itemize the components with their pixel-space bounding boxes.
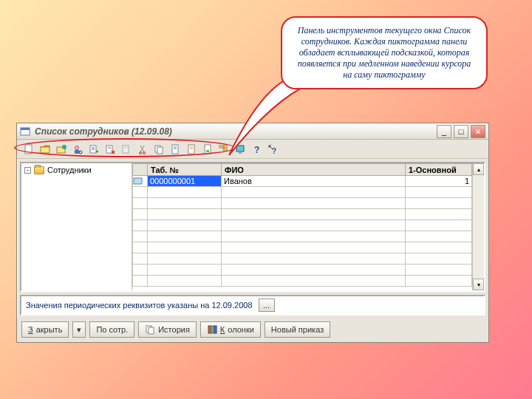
svg-rect-3 xyxy=(41,147,50,153)
callout-bubble: Панель инструментов текущего окна Список… xyxy=(281,16,488,89)
svg-rect-23 xyxy=(188,145,194,154)
scroll-down-button[interactable]: ▾ xyxy=(473,279,484,290)
svg-rect-12 xyxy=(106,146,112,153)
scroll-up-button[interactable]: ▴ xyxy=(473,163,484,175)
table-row[interactable] xyxy=(133,265,472,276)
close-rest: акрыть xyxy=(36,325,63,334)
table-row[interactable] xyxy=(133,276,472,287)
doc2-icon[interactable] xyxy=(184,142,198,156)
svg-rect-14 xyxy=(123,146,129,153)
table-header-row: Таб. № ФИО 1-Основной xyxy=(133,164,472,176)
data-grid[interactable]: Таб. № ФИО 1-Основной 0000000001Иванов1 xyxy=(132,163,472,290)
sort-label: По сотр. xyxy=(96,325,128,334)
sort-by-employee-button[interactable]: По сотр. xyxy=(89,321,134,338)
svg-rect-7 xyxy=(75,150,79,154)
history-icon xyxy=(145,324,155,335)
cell-fio: Иванов xyxy=(222,176,406,187)
copy-icon[interactable] xyxy=(151,142,166,156)
columns-icon xyxy=(207,324,217,335)
svg-point-8 xyxy=(79,151,82,154)
status-text: Значения периодических реквизитов указан… xyxy=(26,301,253,310)
svg-rect-38 xyxy=(208,326,211,333)
bottom-bar: Закрыть ▾ По сотр. История Колонки Новый… xyxy=(17,318,488,342)
svg-point-5 xyxy=(62,145,66,149)
svg-point-16 xyxy=(139,151,141,154)
svg-rect-26 xyxy=(205,145,211,154)
svg-rect-40 xyxy=(214,326,216,333)
doc3-icon[interactable] xyxy=(200,142,214,156)
app-icon xyxy=(20,126,30,137)
col-icon[interactable] xyxy=(133,164,148,176)
col-fio[interactable]: ФИО xyxy=(222,164,406,176)
cell-tab-no: 0000000001 xyxy=(148,176,222,187)
columns-button[interactable]: Колонки xyxy=(200,321,261,338)
callout-text: Панель инструментов текущего окна Список… xyxy=(298,25,471,80)
open-folder-icon[interactable] xyxy=(38,142,52,156)
svg-rect-35 xyxy=(134,178,142,184)
person-search-icon[interactable] xyxy=(70,142,84,156)
doc1-icon[interactable] xyxy=(168,142,182,156)
table-row[interactable] xyxy=(133,220,472,231)
new-order-button[interactable]: Новый приказ xyxy=(265,321,330,338)
grid-panel: Таб. № ФИО 1-Основной 0000000001Иванов1 … xyxy=(132,163,484,290)
table-row[interactable] xyxy=(133,198,472,209)
svg-rect-19 xyxy=(157,147,163,154)
svg-rect-27 xyxy=(206,150,209,152)
tree-root-item[interactable]: - Сотрудники xyxy=(23,165,130,175)
svg-rect-37 xyxy=(149,327,154,334)
col-tab-no[interactable]: Таб. № xyxy=(148,164,222,176)
close-button[interactable]: × xyxy=(471,125,485,138)
history-button[interactable]: История xyxy=(138,321,197,338)
scroll-track[interactable] xyxy=(473,175,484,279)
svg-point-6 xyxy=(75,146,78,149)
table-row[interactable] xyxy=(133,231,472,242)
new-order-label: Новый приказ xyxy=(271,325,324,334)
table-row[interactable] xyxy=(133,253,472,265)
table-row[interactable] xyxy=(133,242,472,253)
status-date-button[interactable]: ... xyxy=(259,299,275,312)
close-window-button[interactable]: Закрыть xyxy=(21,321,69,338)
columns-underline: К xyxy=(220,325,225,334)
new-doc-icon[interactable] xyxy=(21,142,35,156)
tree-minus-icon: - xyxy=(24,167,31,174)
svg-rect-20 xyxy=(172,145,178,154)
columns-rest: олонки xyxy=(228,325,254,334)
maximize-button[interactable]: □ xyxy=(454,125,468,138)
close-underline: З xyxy=(28,325,33,334)
cell-main: 1 xyxy=(406,176,472,187)
folder-new-icon[interactable] xyxy=(54,142,68,156)
svg-rect-1 xyxy=(21,128,30,130)
status-line: Значения периодических реквизитов указан… xyxy=(20,295,485,316)
close-dropdown-button[interactable]: ▾ xyxy=(72,321,86,338)
col-main[interactable]: 1-Основной xyxy=(406,164,472,176)
form-edit-icon[interactable] xyxy=(119,142,133,156)
tree-panel: - Сотрудники xyxy=(21,163,132,290)
cut-icon[interactable] xyxy=(135,142,149,156)
table-row[interactable] xyxy=(133,187,472,198)
table-row[interactable]: 0000000001Иванов1 xyxy=(133,176,472,187)
svg-point-17 xyxy=(143,151,145,154)
history-label: История xyxy=(158,325,190,334)
content-area: - Сотрудники Таб. № ФИО 1-Основной xyxy=(20,162,485,292)
svg-rect-39 xyxy=(211,326,214,333)
table-row[interactable] xyxy=(133,209,472,220)
form-delete-icon[interactable] xyxy=(103,142,117,156)
vertical-scrollbar[interactable]: ▴ ▾ xyxy=(472,163,484,290)
tree-root-label: Сотрудники xyxy=(47,166,92,174)
row-icon-cell xyxy=(133,176,148,187)
minimize-button[interactable]: _ xyxy=(437,125,451,138)
folder-icon xyxy=(34,166,44,174)
form-add-icon[interactable] xyxy=(86,142,100,156)
